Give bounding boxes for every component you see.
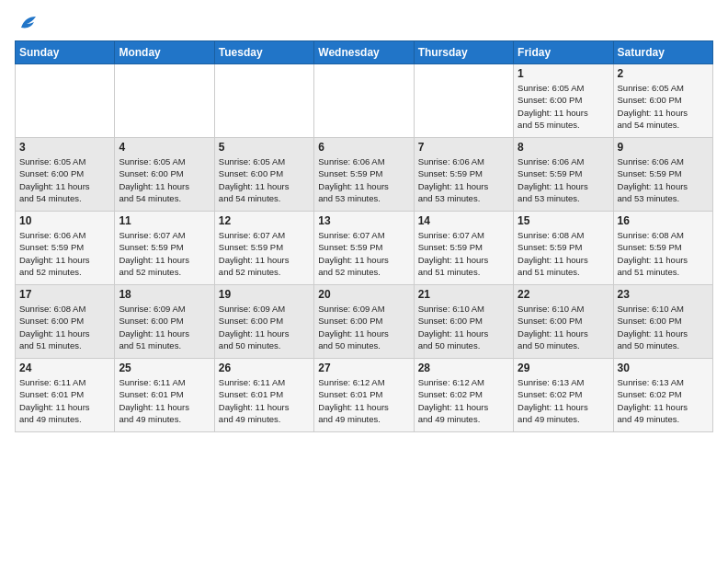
day-info: Sunrise: 6:07 AMSunset: 5:59 PMDaylight:…: [119, 229, 210, 278]
calendar-cell: [314, 64, 414, 138]
calendar-cell: 4Sunrise: 6:05 AMSunset: 6:00 PMDaylight…: [115, 138, 214, 212]
day-info: Sunrise: 6:09 AMSunset: 6:00 PMDaylight:…: [318, 303, 409, 351]
calendar-cell: 8Sunrise: 6:06 AMSunset: 5:59 PMDaylight…: [514, 138, 613, 212]
day-number: 19: [219, 288, 310, 301]
day-info: Sunrise: 6:11 AMSunset: 6:01 PMDaylight:…: [219, 376, 310, 425]
calendar-cell: 18Sunrise: 6:09 AMSunset: 6:00 PMDayligh…: [115, 285, 214, 359]
calendar-week-4: 24Sunrise: 6:11 AMSunset: 6:01 PMDayligh…: [16, 359, 713, 432]
day-number: 16: [618, 214, 709, 227]
day-number: 28: [418, 362, 509, 374]
day-number: 18: [119, 288, 210, 301]
calendar-cell: 6Sunrise: 6:06 AMSunset: 5:59 PMDaylight…: [314, 138, 414, 212]
calendar-cell: 26Sunrise: 6:11 AMSunset: 6:01 PMDayligh…: [214, 359, 313, 432]
day-info: Sunrise: 6:11 AMSunset: 6:01 PMDaylight:…: [19, 376, 110, 425]
day-number: 8: [518, 141, 609, 154]
calendar-cell: 19Sunrise: 6:09 AMSunset: 6:00 PMDayligh…: [214, 285, 313, 359]
calendar-cell: 7Sunrise: 6:06 AMSunset: 5:59 PMDaylight…: [414, 138, 513, 212]
day-info: Sunrise: 6:09 AMSunset: 6:00 PMDaylight:…: [219, 303, 310, 351]
weekday-tuesday: Tuesday: [214, 41, 313, 64]
calendar-cell: 28Sunrise: 6:12 AMSunset: 6:02 PMDayligh…: [414, 359, 513, 432]
day-number: 13: [318, 214, 409, 227]
day-number: 24: [19, 362, 110, 374]
day-info: Sunrise: 6:11 AMSunset: 6:01 PMDaylight:…: [119, 376, 210, 425]
calendar-week-3: 17Sunrise: 6:08 AMSunset: 6:00 PMDayligh…: [16, 285, 713, 359]
calendar-week-2: 10Sunrise: 6:06 AMSunset: 5:59 PMDayligh…: [16, 212, 713, 285]
day-number: 3: [19, 141, 110, 154]
day-info: Sunrise: 6:10 AMSunset: 6:00 PMDaylight:…: [618, 303, 709, 351]
day-info: Sunrise: 6:07 AMSunset: 5:59 PMDaylight:…: [318, 229, 409, 278]
day-info: Sunrise: 6:09 AMSunset: 6:00 PMDaylight:…: [119, 303, 210, 351]
day-info: Sunrise: 6:05 AMSunset: 6:00 PMDaylight:…: [518, 82, 609, 131]
calendar-cell: 2Sunrise: 6:05 AMSunset: 6:00 PMDaylight…: [613, 64, 712, 138]
day-info: Sunrise: 6:07 AMSunset: 5:59 PMDaylight:…: [219, 229, 310, 278]
day-info: Sunrise: 6:08 AMSunset: 6:00 PMDaylight:…: [19, 303, 110, 351]
calendar-cell: 30Sunrise: 6:13 AMSunset: 6:02 PMDayligh…: [613, 359, 712, 432]
day-info: Sunrise: 6:05 AMSunset: 6:00 PMDaylight:…: [119, 155, 210, 204]
day-info: Sunrise: 6:07 AMSunset: 5:59 PMDaylight:…: [418, 229, 509, 278]
calendar-cell: 11Sunrise: 6:07 AMSunset: 5:59 PMDayligh…: [115, 212, 214, 285]
day-number: 17: [19, 288, 110, 301]
day-info: Sunrise: 6:12 AMSunset: 6:02 PMDaylight:…: [418, 376, 509, 425]
calendar-cell: 14Sunrise: 6:07 AMSunset: 5:59 PMDayligh…: [414, 212, 513, 285]
day-number: 14: [418, 214, 509, 227]
day-number: 4: [119, 141, 210, 154]
weekday-thursday: Thursday: [414, 41, 513, 64]
header: [15, 15, 713, 31]
weekday-wednesday: Wednesday: [314, 41, 414, 64]
calendar-cell: [214, 64, 313, 138]
day-number: 15: [518, 214, 609, 227]
calendar-cell: 29Sunrise: 6:13 AMSunset: 6:02 PMDayligh…: [514, 359, 613, 432]
day-number: 30: [618, 362, 709, 374]
calendar-cell: 1Sunrise: 6:05 AMSunset: 6:00 PMDaylight…: [514, 64, 613, 138]
day-info: Sunrise: 6:08 AMSunset: 5:59 PMDaylight:…: [518, 229, 609, 278]
day-number: 7: [418, 141, 509, 154]
calendar-cell: 21Sunrise: 6:10 AMSunset: 6:00 PMDayligh…: [414, 285, 513, 359]
day-info: Sunrise: 6:13 AMSunset: 6:02 PMDaylight:…: [618, 376, 709, 425]
day-number: 5: [219, 141, 310, 154]
day-info: Sunrise: 6:06 AMSunset: 5:59 PMDaylight:…: [518, 155, 609, 204]
day-info: Sunrise: 6:06 AMSunset: 5:59 PMDaylight:…: [618, 155, 709, 204]
day-number: 27: [318, 362, 409, 374]
page: SundayMondayTuesdayWednesdayThursdayFrid…: [0, 0, 728, 563]
calendar-week-1: 3Sunrise: 6:05 AMSunset: 6:00 PMDaylight…: [16, 138, 713, 212]
day-info: Sunrise: 6:12 AMSunset: 6:01 PMDaylight:…: [318, 376, 409, 425]
day-number: 12: [219, 214, 310, 227]
day-number: 9: [618, 141, 709, 154]
day-number: 10: [19, 214, 110, 227]
day-number: 11: [119, 214, 210, 227]
weekday-sunday: Sunday: [16, 41, 115, 64]
day-number: 21: [418, 288, 509, 301]
calendar-header: SundayMondayTuesdayWednesdayThursdayFrid…: [16, 41, 713, 64]
day-number: 29: [518, 362, 609, 374]
weekday-saturday: Saturday: [613, 41, 712, 64]
day-number: 6: [318, 141, 409, 154]
calendar-cell: 3Sunrise: 6:05 AMSunset: 6:00 PMDaylight…: [16, 138, 115, 212]
day-info: Sunrise: 6:05 AMSunset: 6:00 PMDaylight:…: [618, 82, 709, 131]
calendar-cell: [414, 64, 513, 138]
day-number: 23: [618, 288, 709, 301]
day-number: 20: [318, 288, 409, 301]
day-info: Sunrise: 6:06 AMSunset: 5:59 PMDaylight:…: [19, 229, 110, 278]
calendar-cell: 10Sunrise: 6:06 AMSunset: 5:59 PMDayligh…: [16, 212, 115, 285]
calendar-cell: 13Sunrise: 6:07 AMSunset: 5:59 PMDayligh…: [314, 212, 414, 285]
calendar-cell: 27Sunrise: 6:12 AMSunset: 6:01 PMDayligh…: [314, 359, 414, 432]
calendar-cell: 17Sunrise: 6:08 AMSunset: 6:00 PMDayligh…: [16, 285, 115, 359]
day-info: Sunrise: 6:10 AMSunset: 6:00 PMDaylight:…: [418, 303, 509, 351]
day-number: 1: [518, 67, 609, 80]
day-number: 26: [219, 362, 310, 374]
calendar-cell: 5Sunrise: 6:05 AMSunset: 6:00 PMDaylight…: [214, 138, 313, 212]
calendar-cell: 22Sunrise: 6:10 AMSunset: 6:00 PMDayligh…: [514, 285, 613, 359]
calendar-cell: 20Sunrise: 6:09 AMSunset: 6:00 PMDayligh…: [314, 285, 414, 359]
day-info: Sunrise: 6:08 AMSunset: 5:59 PMDaylight:…: [618, 229, 709, 278]
calendar-body: 1Sunrise: 6:05 AMSunset: 6:00 PMDaylight…: [16, 64, 713, 432]
logo-bird-icon: [17, 15, 38, 31]
calendar-table: SundayMondayTuesdayWednesdayThursdayFrid…: [15, 40, 713, 432]
day-info: Sunrise: 6:10 AMSunset: 6:00 PMDaylight:…: [518, 303, 609, 351]
logo: [15, 15, 38, 31]
day-info: Sunrise: 6:06 AMSunset: 5:59 PMDaylight:…: [318, 155, 409, 204]
calendar-cell: 16Sunrise: 6:08 AMSunset: 5:59 PMDayligh…: [613, 212, 712, 285]
weekday-friday: Friday: [514, 41, 613, 64]
weekday-header-row: SundayMondayTuesdayWednesdayThursdayFrid…: [16, 41, 713, 64]
calendar-cell: 24Sunrise: 6:11 AMSunset: 6:01 PMDayligh…: [16, 359, 115, 432]
calendar-week-0: 1Sunrise: 6:05 AMSunset: 6:00 PMDaylight…: [16, 64, 713, 138]
